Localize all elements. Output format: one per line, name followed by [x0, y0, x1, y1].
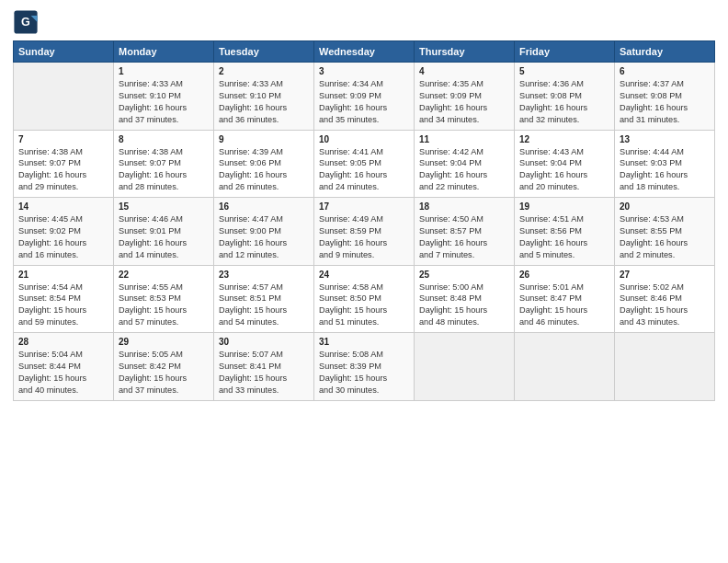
day-number: 10 — [319, 134, 409, 144]
week-row-3: 14Sunrise: 4:45 AM Sunset: 9:02 PM Dayli… — [14, 198, 715, 266]
day-info: Sunrise: 4:34 AM Sunset: 9:09 PM Dayligh… — [319, 78, 409, 126]
day-info: Sunrise: 4:33 AM Sunset: 9:10 PM Dayligh… — [219, 78, 309, 126]
day-cell: 20Sunrise: 4:53 AM Sunset: 8:55 PM Dayli… — [615, 198, 715, 266]
day-info: Sunrise: 4:44 AM Sunset: 9:03 PM Dayligh… — [620, 146, 710, 194]
day-cell: 4Sunrise: 4:35 AM Sunset: 9:09 PM Daylig… — [415, 63, 515, 131]
day-info: Sunrise: 5:02 AM Sunset: 8:46 PM Dayligh… — [620, 282, 710, 329]
day-number: 25 — [419, 270, 509, 280]
logo: G — [13, 9, 40, 35]
day-number: 24 — [319, 270, 409, 280]
day-cell — [14, 63, 114, 131]
day-cell: 30Sunrise: 5:07 AM Sunset: 8:41 PM Dayli… — [214, 333, 314, 401]
header-row: SundayMondayTuesdayWednesdayThursdayFrid… — [14, 41, 715, 63]
day-info: Sunrise: 4:50 AM Sunset: 8:57 PM Dayligh… — [419, 213, 509, 261]
day-number: 29 — [119, 337, 209, 347]
svg-text:G: G — [21, 16, 30, 29]
day-cell: 15Sunrise: 4:46 AM Sunset: 9:01 PM Dayli… — [114, 198, 214, 266]
day-info: Sunrise: 5:00 AM Sunset: 8:48 PM Dayligh… — [419, 282, 509, 329]
day-number: 23 — [219, 270, 309, 280]
day-info: Sunrise: 4:36 AM Sunset: 9:08 PM Dayligh… — [519, 78, 609, 126]
day-info: Sunrise: 4:58 AM Sunset: 8:50 PM Dayligh… — [319, 282, 409, 329]
page: G SundayMondayTuesdayWednesdayThursdayFr… — [0, 0, 728, 563]
day-info: Sunrise: 4:51 AM Sunset: 8:56 PM Dayligh… — [519, 213, 609, 261]
day-cell: 25Sunrise: 5:00 AM Sunset: 8:48 PM Dayli… — [415, 265, 515, 333]
day-number: 26 — [519, 270, 609, 280]
day-cell: 1Sunrise: 4:33 AM Sunset: 9:10 PM Daylig… — [114, 63, 214, 131]
day-info: Sunrise: 4:46 AM Sunset: 9:01 PM Dayligh… — [119, 213, 209, 261]
day-cell: 8Sunrise: 4:38 AM Sunset: 9:07 PM Daylig… — [114, 130, 214, 198]
day-number: 20 — [620, 201, 710, 212]
day-info: Sunrise: 4:43 AM Sunset: 9:04 PM Dayligh… — [519, 146, 609, 194]
day-number: 16 — [219, 201, 309, 212]
day-cell: 18Sunrise: 4:50 AM Sunset: 8:57 PM Dayli… — [415, 198, 515, 266]
day-info: Sunrise: 5:08 AM Sunset: 8:39 PM Dayligh… — [319, 349, 409, 396]
day-number: 5 — [519, 66, 609, 76]
day-cell: 10Sunrise: 4:41 AM Sunset: 9:05 PM Dayli… — [314, 130, 415, 198]
day-number: 17 — [319, 201, 409, 212]
day-info: Sunrise: 4:38 AM Sunset: 9:07 PM Dayligh… — [119, 146, 209, 194]
day-info: Sunrise: 5:07 AM Sunset: 8:41 PM Dayligh… — [219, 349, 309, 396]
day-info: Sunrise: 4:41 AM Sunset: 9:05 PM Dayligh… — [319, 146, 409, 194]
day-number: 21 — [18, 270, 108, 280]
day-info: Sunrise: 5:05 AM Sunset: 8:42 PM Dayligh… — [119, 349, 209, 396]
col-header-thursday: Thursday — [415, 41, 515, 63]
col-header-tuesday: Tuesday — [214, 41, 314, 63]
day-cell — [615, 333, 715, 401]
day-info: Sunrise: 5:04 AM Sunset: 8:44 PM Dayligh… — [18, 349, 108, 396]
day-number: 18 — [419, 201, 509, 212]
day-cell: 29Sunrise: 5:05 AM Sunset: 8:42 PM Dayli… — [114, 333, 214, 401]
col-header-monday: Monday — [114, 41, 214, 63]
day-cell: 9Sunrise: 4:39 AM Sunset: 9:06 PM Daylig… — [214, 130, 314, 198]
day-info: Sunrise: 5:01 AM Sunset: 8:47 PM Dayligh… — [519, 282, 609, 329]
week-row-2: 7Sunrise: 4:38 AM Sunset: 9:07 PM Daylig… — [14, 130, 715, 198]
day-number: 9 — [219, 134, 309, 144]
day-cell: 28Sunrise: 5:04 AM Sunset: 8:44 PM Dayli… — [14, 333, 114, 401]
header: G — [13, 9, 715, 35]
day-cell: 5Sunrise: 4:36 AM Sunset: 9:08 PM Daylig… — [515, 63, 615, 131]
day-number: 11 — [419, 134, 509, 144]
day-info: Sunrise: 4:39 AM Sunset: 9:06 PM Dayligh… — [219, 146, 309, 194]
day-info: Sunrise: 4:37 AM Sunset: 9:08 PM Dayligh… — [620, 78, 710, 126]
day-cell: 2Sunrise: 4:33 AM Sunset: 9:10 PM Daylig… — [214, 63, 314, 131]
day-cell: 16Sunrise: 4:47 AM Sunset: 9:00 PM Dayli… — [214, 198, 314, 266]
day-number: 28 — [18, 337, 108, 347]
day-cell: 3Sunrise: 4:34 AM Sunset: 9:09 PM Daylig… — [314, 63, 415, 131]
day-number: 3 — [319, 66, 409, 76]
day-number: 31 — [319, 337, 409, 347]
day-number: 12 — [519, 134, 609, 144]
day-info: Sunrise: 4:33 AM Sunset: 9:10 PM Dayligh… — [119, 78, 209, 126]
day-number: 14 — [18, 201, 108, 212]
day-number: 22 — [119, 270, 209, 280]
day-info: Sunrise: 4:35 AM Sunset: 9:09 PM Dayligh… — [419, 78, 509, 126]
day-number: 1 — [119, 66, 209, 76]
day-info: Sunrise: 4:45 AM Sunset: 9:02 PM Dayligh… — [18, 213, 108, 261]
day-info: Sunrise: 4:55 AM Sunset: 8:53 PM Dayligh… — [119, 282, 209, 329]
day-cell: 31Sunrise: 5:08 AM Sunset: 8:39 PM Dayli… — [314, 333, 415, 401]
day-cell: 11Sunrise: 4:42 AM Sunset: 9:04 PM Dayli… — [415, 130, 515, 198]
day-number: 30 — [219, 337, 309, 347]
week-row-4: 21Sunrise: 4:54 AM Sunset: 8:54 PM Dayli… — [14, 265, 715, 333]
day-info: Sunrise: 4:38 AM Sunset: 9:07 PM Dayligh… — [18, 146, 108, 194]
day-cell: 21Sunrise: 4:54 AM Sunset: 8:54 PM Dayli… — [14, 265, 114, 333]
day-number: 19 — [519, 201, 609, 212]
day-cell: 14Sunrise: 4:45 AM Sunset: 9:02 PM Dayli… — [14, 198, 114, 266]
day-cell: 26Sunrise: 5:01 AM Sunset: 8:47 PM Dayli… — [515, 265, 615, 333]
day-number: 6 — [620, 66, 710, 76]
day-number: 13 — [620, 134, 710, 144]
logo-icon: G — [13, 9, 39, 35]
day-number: 4 — [419, 66, 509, 76]
day-info: Sunrise: 4:47 AM Sunset: 9:00 PM Dayligh… — [219, 213, 309, 261]
day-cell: 6Sunrise: 4:37 AM Sunset: 9:08 PM Daylig… — [615, 63, 715, 131]
day-number: 15 — [119, 201, 209, 212]
day-info: Sunrise: 4:54 AM Sunset: 8:54 PM Dayligh… — [18, 282, 108, 329]
calendar-table: SundayMondayTuesdayWednesdayThursdayFrid… — [13, 40, 715, 401]
day-cell: 13Sunrise: 4:44 AM Sunset: 9:03 PM Dayli… — [615, 130, 715, 198]
day-number: 27 — [620, 270, 710, 280]
week-row-1: 1Sunrise: 4:33 AM Sunset: 9:10 PM Daylig… — [14, 63, 715, 131]
day-cell: 27Sunrise: 5:02 AM Sunset: 8:46 PM Dayli… — [615, 265, 715, 333]
day-info: Sunrise: 4:49 AM Sunset: 8:59 PM Dayligh… — [319, 213, 409, 261]
day-info: Sunrise: 4:57 AM Sunset: 8:51 PM Dayligh… — [219, 282, 309, 329]
day-info: Sunrise: 4:42 AM Sunset: 9:04 PM Dayligh… — [419, 146, 509, 194]
day-info: Sunrise: 4:53 AM Sunset: 8:55 PM Dayligh… — [620, 213, 710, 261]
day-cell: 22Sunrise: 4:55 AM Sunset: 8:53 PM Dayli… — [114, 265, 214, 333]
